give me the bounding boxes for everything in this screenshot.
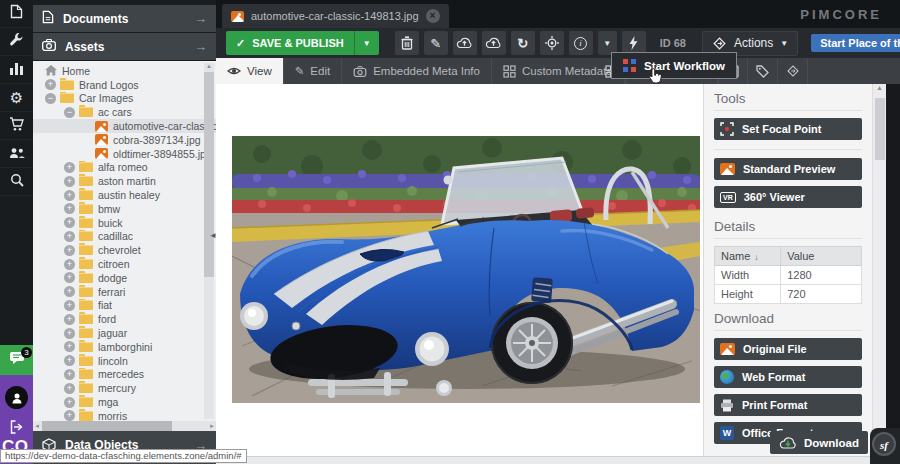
expand-icon[interactable]: + bbox=[64, 190, 75, 201]
asset-tab[interactable]: automotive-car-classic-149813.jpg × bbox=[222, 4, 449, 28]
tab-tags[interactable] bbox=[748, 58, 778, 84]
tree-item[interactable]: −ac cars bbox=[33, 105, 216, 119]
tree-item[interactable]: +citroen bbox=[33, 257, 216, 271]
expand-icon[interactable]: + bbox=[64, 383, 75, 394]
info-button[interactable]: i bbox=[569, 31, 593, 55]
scroll-left-icon[interactable]: ◄ bbox=[34, 423, 40, 429]
expand-icon[interactable]: + bbox=[64, 355, 75, 366]
documents-rail-button[interactable] bbox=[0, 0, 33, 28]
collapse-icon[interactable]: − bbox=[45, 93, 56, 104]
tab-edit[interactable]: ✎ Edit bbox=[284, 58, 342, 84]
expand-icon[interactable]: + bbox=[64, 272, 75, 283]
user-avatar[interactable] bbox=[5, 386, 28, 409]
tree-item[interactable]: +mercedes bbox=[33, 368, 216, 382]
tree-item[interactable]: +mercury bbox=[33, 381, 216, 395]
standard-preview-button[interactable]: Standard Preview bbox=[714, 158, 862, 180]
locate-in-tree-button[interactable] bbox=[540, 31, 564, 55]
expand-icon[interactable]: + bbox=[64, 328, 75, 339]
tree-item[interactable]: +dodge bbox=[33, 271, 216, 285]
reload-button[interactable]: ↻ bbox=[511, 31, 535, 55]
tree-item[interactable]: +fiat bbox=[33, 299, 216, 313]
tree-item[interactable]: −Car Images bbox=[33, 92, 216, 106]
tree-item[interactable]: +mga bbox=[33, 395, 216, 409]
expand-icon[interactable]: + bbox=[64, 176, 75, 187]
expand-icon[interactable]: + bbox=[64, 162, 75, 173]
logout-button[interactable] bbox=[9, 420, 24, 438]
tag-icon bbox=[756, 65, 769, 78]
expand-icon[interactable]: + bbox=[64, 300, 75, 311]
arrow-right-icon[interactable]: → bbox=[194, 11, 207, 26]
save-publish-button[interactable]: ✓SAVE & PUBLISH ▼ bbox=[226, 31, 379, 55]
details-col-name[interactable]: Name↓ bbox=[715, 247, 781, 266]
tree-item[interactable]: +ferrari bbox=[33, 285, 216, 299]
tab-workflow[interactable] bbox=[778, 58, 808, 84]
original-file-button[interactable]: Original File bbox=[714, 338, 862, 360]
replace-asset-button[interactable] bbox=[482, 31, 506, 55]
start-workflow-menu-item[interactable]: Start Workflow bbox=[611, 52, 737, 79]
expand-icon[interactable]: + bbox=[64, 245, 75, 256]
360-viewer-button[interactable]: VR 360° Viewer bbox=[714, 186, 862, 208]
expand-icon[interactable]: + bbox=[64, 259, 75, 270]
web-format-button[interactable]: Web Format bbox=[714, 366, 862, 388]
upload-button[interactable] bbox=[453, 31, 477, 55]
users-rail-button[interactable] bbox=[0, 140, 33, 168]
expand-icon[interactable]: + bbox=[64, 397, 75, 408]
tree-item[interactable]: +chevrolet bbox=[33, 243, 216, 257]
set-focal-point-button[interactable]: Set Focal Point bbox=[714, 118, 862, 140]
tree-item[interactable]: +austin healey bbox=[33, 188, 216, 202]
ecommerce-rail-button[interactable] bbox=[0, 112, 33, 140]
expand-icon[interactable]: + bbox=[64, 203, 75, 214]
pimcore-app: ⚙ 3 CO Documents → bbox=[0, 0, 900, 464]
tools-rail-button[interactable] bbox=[0, 28, 33, 56]
documents-accordion-header[interactable]: Documents → bbox=[33, 5, 216, 32]
delete-button[interactable] bbox=[395, 31, 419, 55]
tree-item[interactable]: +lamborghini bbox=[33, 340, 216, 354]
expand-icon[interactable]: + bbox=[64, 231, 75, 242]
tree-item[interactable]: +cadillac bbox=[33, 230, 216, 244]
tree-item-selected[interactable]: automotive-car-classic-149813.jpg bbox=[33, 119, 216, 133]
scrollbar-thumb[interactable] bbox=[875, 98, 885, 160]
tree-vertical-scrollbar[interactable]: ▲ bbox=[204, 63, 214, 419]
expand-icon[interactable]: + bbox=[64, 314, 75, 325]
download-button[interactable]: Download bbox=[770, 431, 868, 454]
tree-item[interactable]: +alfa romeo bbox=[33, 161, 216, 175]
tree-item-home[interactable]: Home bbox=[33, 64, 216, 78]
tree-item[interactable]: +Brand Logos bbox=[33, 78, 216, 92]
notifications-button[interactable]: 3 bbox=[0, 345, 33, 375]
tree-item[interactable]: oldtimer-3894855.jpg bbox=[33, 147, 216, 161]
arrow-right-icon[interactable]: → bbox=[194, 39, 207, 54]
panel-scrollbar[interactable]: ▲ bbox=[872, 84, 886, 456]
tree-item[interactable]: +lincoln bbox=[33, 354, 216, 368]
tree-item[interactable]: +buick bbox=[33, 216, 216, 230]
expand-icon[interactable]: + bbox=[45, 79, 56, 90]
tree-item[interactable]: +bmw bbox=[33, 202, 216, 216]
scrollbar-thumb[interactable] bbox=[42, 421, 172, 431]
tree-horizontal-scrollbar[interactable]: ◄► bbox=[33, 421, 216, 431]
scrollbar-thumb[interactable] bbox=[204, 72, 214, 277]
tab-embedded-meta-info[interactable]: Embedded Meta Info bbox=[342, 58, 492, 84]
expand-icon[interactable]: + bbox=[64, 369, 75, 380]
expand-icon[interactable]: + bbox=[64, 217, 75, 228]
scroll-right-icon[interactable]: ► bbox=[209, 423, 215, 429]
tab-view[interactable]: View bbox=[216, 58, 284, 84]
expand-icon[interactable]: + bbox=[64, 410, 75, 421]
save-caret-icon[interactable]: ▼ bbox=[354, 31, 379, 55]
close-tab-icon[interactable]: × bbox=[426, 9, 440, 23]
expand-icon[interactable]: + bbox=[64, 341, 75, 352]
details-col-value[interactable]: Value bbox=[781, 247, 862, 266]
assets-accordion-header[interactable]: Assets → bbox=[33, 33, 216, 60]
panel-collapse-handle[interactable]: ◄ bbox=[209, 231, 217, 240]
symfony-profiler-badge[interactable]: sf bbox=[872, 432, 896, 456]
tree-item[interactable]: cobra-3897134.jpg bbox=[33, 133, 216, 147]
tree-item[interactable]: +aston martin bbox=[33, 174, 216, 188]
reports-rail-button[interactable] bbox=[0, 56, 33, 84]
tree-item[interactable]: +ford bbox=[33, 312, 216, 326]
settings-rail-button[interactable]: ⚙ bbox=[0, 84, 33, 112]
collapse-icon[interactable]: − bbox=[64, 107, 75, 118]
search-rail-button[interactable] bbox=[0, 168, 33, 196]
rename-button[interactable]: ✎ bbox=[424, 31, 448, 55]
tree-item[interactable]: +morris bbox=[33, 409, 216, 421]
expand-icon[interactable]: + bbox=[64, 286, 75, 297]
tree-item[interactable]: +jaguar bbox=[33, 326, 216, 340]
print-format-button[interactable]: Print Format bbox=[714, 394, 862, 416]
